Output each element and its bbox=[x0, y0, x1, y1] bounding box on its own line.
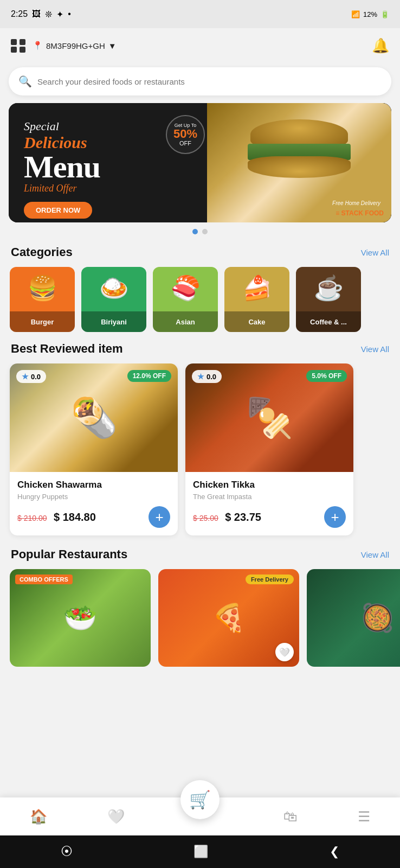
search-icon: 🔍 bbox=[18, 75, 32, 88]
dot-icon: • bbox=[68, 9, 71, 19]
item-card-tikka: 🍢 ★ 0.0 5.0% OFF Chicken Tikka The Great… bbox=[185, 363, 353, 535]
shawarma-rating: ★ 0.0 bbox=[16, 370, 46, 383]
coffee-icon: ☕ bbox=[296, 267, 361, 309]
asian-icon: 🍣 bbox=[153, 267, 218, 309]
nav-orders[interactable]: 🛍 bbox=[283, 808, 298, 825]
antenna-icon: ✦ bbox=[56, 9, 63, 20]
shawarma-image: 🌯 ★ 0.0 12.0% OFF bbox=[10, 363, 178, 472]
category-item-biriyani[interactable]: 🍛 Biriyani bbox=[81, 267, 146, 332]
top-nav: 📍 8M3F99HG+GH ▼ 🔔 bbox=[0, 28, 400, 63]
best-reviewed-title: Best Reviewed item bbox=[11, 342, 123, 356]
coffee-label: Coffee & ... bbox=[296, 311, 361, 332]
signal-icon: 📶 bbox=[351, 10, 360, 18]
android-recent-btn[interactable]: ⦿ bbox=[61, 845, 73, 859]
tikka-rating-value: 0.0 bbox=[207, 373, 216, 381]
shawarma-price-row: $ 210.00 $ 184.80 + bbox=[17, 506, 170, 528]
location-pin-icon: 📍 bbox=[33, 41, 43, 50]
restaurants-list: 🥗 COMBO OFFERS 🍕 Free Delivery 🤍 🥘 bbox=[0, 569, 400, 675]
chevron-down-icon: ▼ bbox=[108, 41, 117, 50]
android-home-btn[interactable]: ⬜ bbox=[193, 845, 208, 859]
cart-fab[interactable]: 🛒 bbox=[180, 780, 220, 819]
category-item-cake[interactable]: 🍰 Cake bbox=[224, 267, 289, 332]
tikka-rating: ★ 0.0 bbox=[192, 370, 222, 383]
nav-menu[interactable]: ☰ bbox=[358, 808, 370, 825]
home-icon: 🏠 bbox=[30, 808, 47, 825]
banner-text: Special Delicious Menu Limited Offer ORD… bbox=[24, 119, 100, 219]
restaurant-card-2[interactable]: 🍕 Free Delivery 🤍 bbox=[158, 569, 299, 667]
favorites-icon: 🤍 bbox=[107, 808, 125, 825]
shawarma-prices: $ 210.00 $ 184.80 bbox=[17, 511, 96, 524]
nav-favorites[interactable]: 🤍 bbox=[107, 808, 125, 825]
badge-bottom: OFF bbox=[179, 140, 191, 146]
restaurant-card-1[interactable]: 🥗 COMBO OFFERS bbox=[10, 569, 151, 667]
tikka-info: Chicken Tikka The Great Impasta $ 25.00 … bbox=[185, 472, 353, 535]
settings-icon: ❊ bbox=[45, 9, 52, 20]
status-bar: 2:25 🖼 ❊ ✦ • 📶 12% 🔋 bbox=[0, 0, 400, 28]
free-delivery-text: Free Home Delivery bbox=[332, 200, 380, 206]
categories-header: Categories View All bbox=[0, 241, 400, 267]
favorite-button[interactable]: 🤍 bbox=[275, 643, 294, 661]
location-code: 8M3F99HG+GH bbox=[46, 41, 105, 50]
shawarma-info: Chicken Shawarma Hungry Puppets $ 210.00… bbox=[10, 472, 178, 535]
banner-dots bbox=[0, 229, 400, 234]
android-back-btn[interactable]: ❮ bbox=[330, 845, 339, 859]
popular-restaurants-header: Popular Restaurants View All bbox=[0, 543, 400, 569]
popular-restaurants-title: Popular Restaurants bbox=[11, 547, 127, 561]
status-right: 📶 12% 🔋 bbox=[351, 10, 389, 18]
dot-2[interactable] bbox=[202, 229, 208, 234]
popular-restaurants-view-all[interactable]: View All bbox=[361, 550, 389, 559]
tikka-add-button[interactable]: + bbox=[324, 506, 346, 528]
categories-list: 🍔 Burger 🍛 Biriyani 🍣 Asian 🍰 Cake ☕ Cof… bbox=[0, 267, 400, 337]
location-button[interactable]: 📍 8M3F99HG+GH ▼ bbox=[33, 41, 117, 50]
shawarma-new-price: $ 184.80 bbox=[54, 511, 96, 523]
burger-icon: 🍔 bbox=[10, 267, 75, 309]
shawarma-discount: 12.0% OFF bbox=[127, 370, 171, 382]
notification-bell[interactable]: 🔔 bbox=[372, 37, 389, 54]
free-delivery-badge: Free Delivery bbox=[246, 575, 294, 584]
star-icon: ★ bbox=[22, 372, 29, 381]
tikka-price-row: $ 25.00 $ 23.75 + bbox=[193, 506, 346, 528]
android-nav-bar: ⦿ ⬜ ❮ bbox=[0, 835, 400, 868]
banner-line1: Special bbox=[24, 119, 100, 133]
tikka-prices: $ 25.00 $ 23.75 bbox=[193, 511, 261, 524]
brand-logo: ≡ STACK FOOD bbox=[336, 209, 384, 217]
category-item-coffee[interactable]: ☕ Coffee & ... bbox=[296, 267, 361, 332]
dot-1[interactable] bbox=[192, 229, 198, 234]
nav-home[interactable]: 🏠 bbox=[30, 808, 47, 825]
biriyani-icon: 🍛 bbox=[81, 267, 146, 309]
menu-icon: ☰ bbox=[358, 808, 370, 825]
best-reviewed-header: Best Reviewed item View All bbox=[0, 337, 400, 363]
item-card-shawarma: 🌯 ★ 0.0 12.0% OFF Chicken Shawarma Hungr… bbox=[10, 363, 178, 535]
shawarma-restaurant: Hungry Puppets bbox=[17, 493, 170, 501]
tikka-discount: 5.0% OFF bbox=[306, 370, 347, 382]
best-reviewed-view-all[interactable]: View All bbox=[361, 344, 389, 354]
order-now-button[interactable]: ORDER NOW bbox=[24, 202, 92, 219]
categories-title: Categories bbox=[11, 245, 73, 259]
combo-badge: COMBO OFFERS bbox=[15, 575, 73, 584]
orders-icon: 🛍 bbox=[283, 808, 298, 825]
grid-menu-icon[interactable] bbox=[11, 39, 26, 53]
tikka-old-price: $ 25.00 bbox=[193, 514, 218, 522]
shawarma-rating-value: 0.0 bbox=[31, 373, 41, 381]
status-left: 2:25 🖼 ❊ ✦ • bbox=[11, 9, 71, 20]
banner: Special Delicious Menu Limited Offer ORD… bbox=[9, 103, 391, 222]
category-item-asian[interactable]: 🍣 Asian bbox=[153, 267, 218, 332]
shawarma-name: Chicken Shawarma bbox=[17, 480, 170, 490]
shawarma-old-price: $ 210.00 bbox=[17, 514, 47, 522]
search-container: 🔍 bbox=[9, 67, 391, 95]
cake-icon: 🍰 bbox=[224, 267, 289, 309]
banner-line3: Menu bbox=[24, 151, 100, 183]
restaurant-3-emoji: 🥘 bbox=[307, 569, 400, 667]
shawarma-add-button[interactable]: + bbox=[149, 506, 170, 528]
restaurant-card-3[interactable]: 🥘 bbox=[307, 569, 400, 667]
discount-badge: Get Up To 50% OFF bbox=[166, 115, 205, 154]
cart-icon: 🛒 bbox=[189, 789, 211, 810]
badge-percent: 50% bbox=[173, 128, 197, 140]
tikka-image: 🍢 ★ 0.0 5.0% OFF bbox=[185, 363, 353, 472]
battery-level: 12% bbox=[363, 10, 377, 18]
image-icon: 🖼 bbox=[32, 9, 41, 19]
biriyani-label: Biriyani bbox=[81, 311, 146, 332]
search-input[interactable] bbox=[37, 77, 382, 86]
categories-view-all[interactable]: View All bbox=[361, 248, 389, 257]
category-item-burger[interactable]: 🍔 Burger bbox=[10, 267, 75, 332]
